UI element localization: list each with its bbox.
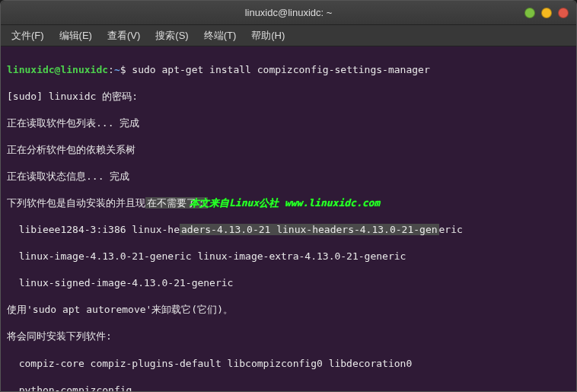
menu-file[interactable]: 文件(F) (7, 27, 49, 44)
terminal-window: linuxidc@linuxidc: ~ 文件(F) 编辑(E) 查看(V) 搜… (0, 0, 577, 392)
titlebar: linuxidc@linuxidc: ~ (1, 1, 576, 25)
menu-help[interactable]: 帮助(H) (247, 27, 289, 44)
terminal-output[interactable]: linuxidc@linuxidc:~$ sudo apt-get instal… (1, 46, 576, 391)
menu-edit[interactable]: 编辑(E) (55, 27, 97, 44)
menubar: 文件(F) 编辑(E) 查看(V) 搜索(S) 终端(T) 帮助(H) (1, 25, 576, 46)
menu-terminal[interactable]: 终端(T) (199, 27, 241, 44)
prompt-sep: : (108, 64, 114, 75)
window-controls (524, 8, 569, 18)
watermark-overlay: 本文来自Linux公社 www.linuxidc.com (190, 196, 380, 210)
maximize-button[interactable] (541, 8, 552, 18)
menu-view[interactable]: 查看(V) (103, 27, 145, 44)
output-line: 正在读取软件包列表... 完成 (7, 116, 570, 130)
output-line: python-compizconfig (7, 384, 570, 391)
window-title: linuxidc@linuxidc: ~ (245, 7, 333, 18)
prompt-dollar: $ (120, 64, 126, 75)
prompt-user: linuxidc@linuxidc (7, 64, 108, 75)
output-line: linux-signed-image-4.13.0-21-generic (7, 276, 570, 290)
close-button[interactable] (558, 8, 569, 18)
output-line: 将会同时安装下列软件: (7, 330, 570, 343)
command-text: sudo apt-get install compizconfig-settin… (126, 64, 430, 75)
menu-search[interactable]: 搜索(S) (151, 27, 193, 44)
output-line: 下列软件包是自动安装的并且现在不需要了：本文来自Linux公社 www.linu… (7, 196, 570, 210)
output-line: compiz-core compiz-plugins-default libco… (7, 357, 570, 371)
output-line: libieee1284-3:i386 linux-headers-4.13.0-… (7, 223, 570, 237)
prompt-path: ~ (114, 64, 120, 75)
output-line: 正在分析软件包的依赖关系树 (7, 143, 570, 157)
output-line: linux-image-4.13.0-21-generic linux-imag… (7, 250, 570, 263)
output-line: 正在读取状态信息... 完成 (7, 170, 570, 183)
output-line: [sudo] linuxidc 的密码: (7, 90, 570, 104)
minimize-button[interactable] (524, 8, 535, 18)
output-line: 使用'sudo apt autoremove'来卸载它(它们)。 (7, 303, 570, 317)
